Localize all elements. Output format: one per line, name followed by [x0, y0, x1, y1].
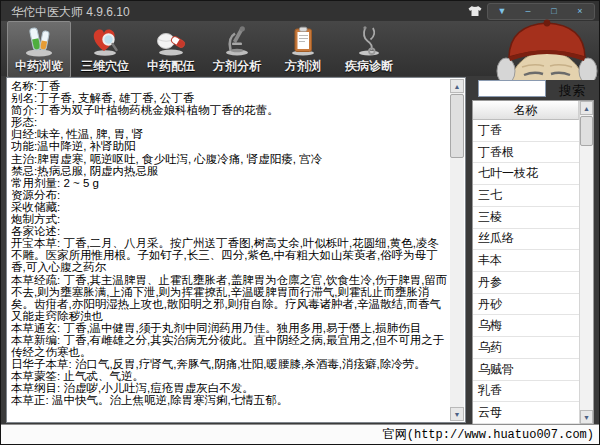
- herb-list-table: 名称 丁香 丁香根 七叶一枝花 三七 三棱 丝瓜络 丰本 丹参 丹砂 乌梅 乌药…: [472, 100, 594, 425]
- list-item[interactable]: 乌梅: [473, 315, 579, 337]
- status-bar: 官网(http://www.huatuo007.com): [1, 424, 599, 444]
- commentary-tongxuan: 本草通玄: 丁香,温中健胃,须于丸剂中同润药用乃佳。独用多用,易于僭上,损肺伤目: [11, 322, 448, 334]
- field-meridian: 归经:味辛, 性温, 脾, 胃, 肾: [11, 128, 448, 140]
- herb-list-scrollbar-thumb[interactable]: [580, 116, 593, 146]
- list-item[interactable]: 七叶一枝花: [473, 163, 579, 185]
- list-item[interactable]: 云母: [473, 402, 579, 424]
- field-alias: 别名:丁子香, 支解香, 雄丁香, 公丁香: [11, 92, 448, 104]
- window-title: 华佗中医大师 4.9.6.10: [11, 4, 130, 21]
- herb-list-scrollbar[interactable]: ▲ ▼: [579, 101, 593, 424]
- commentary-xinbian: 本草新编: 丁香,有雌雄之分,其实治病无分彼此。直中阴经之病,最宜用之,但不可用…: [11, 334, 448, 358]
- toolbar-item-disease-diagnosis[interactable]: 疾病诊断: [337, 21, 401, 78]
- field-commentaries: 各家论述:: [11, 225, 448, 237]
- flask-icon: [23, 25, 55, 57]
- main-scrollbar-thumb[interactable]: [450, 94, 464, 158]
- search-input[interactable]: [478, 80, 546, 97]
- commentary-bencaozheng: 本草正: 温中快气。治上焦呃逆,除胃寒泻痢,七情五郁。: [11, 394, 448, 406]
- commentary-rihuazi: 日华子本草: 治口气,反胃,疗肾气,奔豚气,阴痛,壮阳,暖腰膝,杀酒毒,消痃癖,…: [11, 358, 448, 370]
- search-button[interactable]: 搜索: [559, 82, 585, 100]
- stethoscope-icon: [353, 25, 385, 57]
- field-processing: 炮制方式:: [11, 213, 448, 225]
- field-name: 名称:丁香: [11, 80, 448, 92]
- pills-icon: [155, 25, 187, 57]
- toolbar-item-formula-analysis[interactable]: 方剂分析: [205, 21, 269, 78]
- herb-list-rows: 丁香 丁香根 七叶一枝花 三七 三棱 丝瓜络 丰本 丹参 丹砂 乌梅 乌药 乌贼…: [473, 120, 579, 424]
- toolbar-item-3d-acupoints[interactable]: 三维穴位: [73, 21, 137, 78]
- skin-change-button[interactable]: [466, 4, 484, 19]
- app-window: 华佗中医大师 4.9.6.10 ▼ – □ ×: [0, 0, 600, 445]
- field-indication: 主治:脾胃虚寒, 呃逆呕吐, 食少吐泻, 心腹冷痛, 肾虚阳痿, 宫冷: [11, 153, 448, 165]
- huatuo-avatar: [492, 17, 598, 80]
- toolbar-label: 中药浏览: [15, 58, 63, 75]
- toolbar-item-herb-browse[interactable]: 中药浏览: [7, 21, 71, 78]
- list-item[interactable]: 丹砂: [473, 294, 579, 316]
- shirt-icon: [468, 3, 482, 21]
- list-item[interactable]: 乳香: [473, 381, 579, 403]
- list-item[interactable]: 丝瓜络: [473, 229, 579, 251]
- field-function: 功能:温中降逆, 补肾助阳: [11, 140, 448, 152]
- toolbar-label: 疾病诊断: [345, 58, 393, 75]
- clipboard-icon: [287, 25, 319, 57]
- herb-detail-text: 名称:丁香 别名:丁子香, 支解香, 雄丁香, 公丁香 简介:丁香为双子叶植物药…: [11, 80, 448, 420]
- commentary-kaibao: 开宝本草: 丁香,二月、八月采。按广州送丁香图,树高丈余,叶似栎叶,花圆细,黄色…: [11, 237, 448, 273]
- field-form: 形态:: [11, 116, 448, 128]
- herb-detail-panel: 名称:丁香 别名:丁子香, 支解香, 雄丁香, 公丁香 简介:丁香为双子叶植物药…: [6, 77, 466, 423]
- field-dosage: 常用剂量: 2 ~ 5 g: [11, 177, 448, 189]
- field-harvest: 采收储藏:: [11, 201, 448, 213]
- list-item[interactable]: 三七: [473, 185, 579, 207]
- commentary-mengquan: 本草蒙筌: 止气忒、气逆。: [11, 370, 448, 382]
- field-intro: 简介:丁香为双子叶植物药桃金娘科植物丁香的花蕾。: [11, 104, 448, 116]
- toolbar-item-formula-browse[interactable]: 方剂浏: [271, 21, 335, 78]
- toolbar-label: 方剂浏: [285, 58, 321, 75]
- list-item[interactable]: 丰本: [473, 250, 579, 272]
- scroll-up-icon[interactable]: ▲: [450, 79, 464, 93]
- list-item[interactable]: 丁香: [473, 120, 579, 142]
- microscope-icon: [221, 25, 253, 57]
- commentary-jingshu: 本草经疏: 丁香,其主温脾胃、止霍乱壅胀者,盖脾胃为仓廪之官,饮食生冷,伤于脾胃…: [11, 274, 448, 322]
- scroll-down-icon[interactable]: ▼: [580, 410, 593, 424]
- toolbar-item-herb-compatibility[interactable]: 中药配伍: [139, 21, 203, 78]
- main-scrollbar[interactable]: ▲ ▼: [450, 79, 464, 421]
- official-website-link[interactable]: 官网(http://www.huatuo007.com): [383, 426, 594, 443]
- toolbar-label: 方剂分析: [213, 58, 261, 75]
- list-item[interactable]: 三棱: [473, 207, 579, 229]
- toolbar-label: 三维穴位: [81, 58, 129, 75]
- heart-magnifier-icon: [89, 25, 121, 57]
- scroll-up-icon[interactable]: ▲: [580, 101, 593, 115]
- list-item[interactable]: 丹参: [473, 272, 579, 294]
- commentary-gangmu: 本草纲目: 治虚哕,小儿吐泻,痘疮胃虚灰白不发。: [11, 382, 448, 394]
- toolbar-label: 中药配伍: [147, 58, 195, 75]
- list-item[interactable]: 乌贼骨: [473, 359, 579, 381]
- list-item[interactable]: 乌药: [473, 337, 579, 359]
- scroll-down-icon[interactable]: ▼: [450, 407, 464, 421]
- field-distribution: 资源分布:: [11, 189, 448, 201]
- herb-list-header[interactable]: 名称: [473, 101, 579, 120]
- field-taboo: 禁忌:热病忌服, 阴虚内热忌服: [11, 165, 448, 177]
- list-item[interactable]: 丁香根: [473, 142, 579, 164]
